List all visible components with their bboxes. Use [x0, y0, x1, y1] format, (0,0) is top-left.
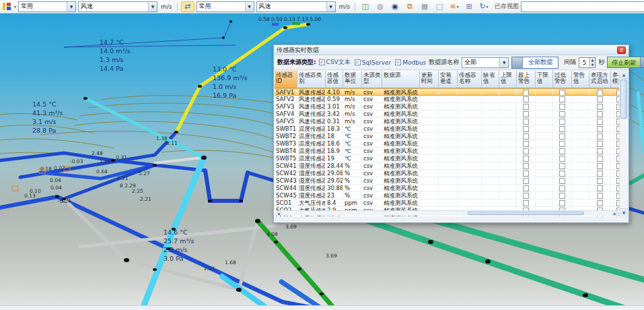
vertical-scroll-thumb[interactable]	[620, 80, 627, 119]
row-checkbox[interactable]	[523, 96, 529, 102]
row-checkbox[interactable]	[597, 178, 603, 184]
table-row[interactable]: SCO1大气压传感器8.4ppmcsv精准测风系统	[275, 199, 619, 207]
table-row[interactable]: SAFV2风速传感器0.59m/scsv精准测风系统	[275, 96, 619, 103]
row-checkbox[interactable]	[559, 148, 565, 154]
row-checkbox[interactable]	[597, 170, 603, 177]
column-header[interactable]: 传感器类别	[297, 71, 326, 88]
toggle-knob[interactable]	[640, 57, 644, 67]
saved-view-combo[interactable]: ▼	[521, 1, 644, 12]
row-checkbox[interactable]	[559, 111, 565, 117]
row-checkbox[interactable]	[559, 141, 565, 147]
horizontal-scroll-thumb[interactable]	[468, 212, 584, 215]
row-checkbox[interactable]	[597, 96, 603, 102]
row-checkbox[interactable]	[523, 90, 529, 95]
chevron-down-icon[interactable]: ▾	[457, 4, 459, 9]
row-checkbox[interactable]	[559, 119, 565, 125]
row-checkbox[interactable]	[559, 178, 565, 184]
column-header[interactable]: 来源类型	[362, 71, 382, 88]
row-checkbox[interactable]	[597, 126, 603, 132]
layers-icon[interactable]: ⧉	[403, 1, 417, 12]
column-header[interactable]: 表现方式启动	[589, 71, 611, 88]
table-row[interactable]: SWBT2温度传感器18℃csv精准测风系统	[275, 133, 619, 140]
row-checkbox[interactable]	[597, 133, 603, 140]
table-row[interactable]: SWBT3温度传感器18.6℃csv精准测风系统	[275, 140, 619, 148]
sensor-dialog-titlebar[interactable]: 传感器实时数据 x	[274, 45, 629, 55]
column-header[interactable]: 安装巷道	[439, 71, 458, 88]
row-checkbox[interactable]	[559, 90, 565, 95]
source-type-checkbox-2[interactable]: ✓Modbus	[395, 58, 426, 67]
row-checkbox[interactable]	[597, 141, 603, 147]
all-data-button[interactable]: 全部数据	[511, 57, 559, 69]
column-header[interactable]: 上限值	[499, 71, 517, 88]
row-checkbox[interactable]	[559, 156, 565, 162]
source-type-checkbox-1[interactable]: ✓SqlServer	[355, 58, 391, 67]
table-row[interactable]: SAFV1风速传感器4.10m/scsv精准测风系统	[275, 88, 619, 96]
row-checkbox[interactable]	[597, 200, 603, 206]
checkbox-checked-icon[interactable]: ✓	[319, 59, 325, 65]
row-checkbox[interactable]	[523, 178, 529, 184]
column-header[interactable]: 传感器值	[326, 71, 343, 88]
row-checkbox[interactable]	[523, 119, 529, 125]
horizontal-scrollbar[interactable]: ◀ ▶	[275, 210, 618, 216]
row-checkbox[interactable]	[523, 111, 529, 117]
datasource-combo[interactable]: 全部 ▼	[462, 57, 509, 68]
row-checkbox[interactable]	[597, 193, 603, 199]
row-checkbox[interactable]	[559, 185, 565, 191]
row-checkbox[interactable]	[559, 170, 565, 177]
row-checkbox[interactable]	[523, 170, 529, 177]
row-checkbox[interactable]	[523, 200, 529, 206]
column-header[interactable]: 缺省值	[482, 71, 499, 88]
mouse-mode-icon[interactable]: ◍	[373, 1, 387, 12]
scroll-up-icon[interactable]: ▲	[620, 71, 628, 79]
row-checkbox[interactable]	[523, 104, 529, 110]
row-checkbox[interactable]	[597, 104, 603, 110]
row-checkbox[interactable]	[523, 156, 529, 162]
scroll-right-icon[interactable]: ▶	[612, 211, 618, 216]
wireframe-cube-icon[interactable]: □	[433, 1, 446, 12]
column-header[interactable]: 传感器名称	[458, 71, 482, 88]
close-icon[interactable]: x	[617, 46, 626, 54]
table-row[interactable]: SWBT4温度传感器18.9℃csv精准测风系统	[275, 148, 619, 155]
scroll-down-icon[interactable]: ▼	[620, 208, 628, 216]
chevron-down-icon[interactable]: ▼	[148, 2, 157, 11]
row-checkbox[interactable]	[559, 193, 565, 199]
sync-view-icon[interactable]: ⇄	[181, 1, 194, 12]
row-checkbox[interactable]	[523, 126, 529, 132]
row-checkbox[interactable]	[559, 96, 565, 102]
row-checkbox[interactable]	[523, 163, 529, 169]
category-combo-1[interactable]: 常用 ▼	[18, 1, 76, 12]
app-menu-caret-icon[interactable]: ▾	[14, 4, 16, 9]
table-row[interactable]: SCW44湿度传感器30.88%csv精准测风系统	[275, 185, 619, 192]
metric-combo-2[interactable]: 风速 ▼	[256, 1, 336, 12]
row-checkbox[interactable]	[597, 111, 603, 117]
column-header[interactable]: 超上警告	[517, 71, 536, 88]
table-row[interactable]: SAFV4风速传感器3.42m/scsv精准测风系统	[275, 111, 619, 118]
row-checkbox[interactable]	[559, 133, 565, 140]
row-checkbox[interactable]	[597, 119, 603, 125]
sphere-view-icon[interactable]: ◉	[388, 1, 402, 12]
scroll-left-icon[interactable]: ◀	[275, 211, 282, 216]
row-checkbox[interactable]	[597, 185, 603, 191]
row-checkbox[interactable]	[597, 163, 603, 169]
column-header[interactable]: 下限值	[536, 71, 553, 88]
row-checkbox[interactable]	[559, 104, 565, 110]
pane-toggle-icon[interactable]: ◫	[359, 1, 372, 12]
table-row[interactable]: SAFV3风速传感器3.01m/scsv精准测风系统	[275, 103, 619, 111]
table-row[interactable]: SCW43湿度传感器29.02%csv精准测风系统	[275, 177, 619, 185]
row-checkbox[interactable]	[523, 148, 529, 154]
column-header[interactable]: 更新时间	[420, 71, 439, 88]
row-checkbox[interactable]	[523, 141, 529, 147]
column-header[interactable]: 过低警告	[553, 71, 572, 88]
chevron-down-icon[interactable]: ▼	[499, 58, 508, 67]
row-checkbox[interactable]	[597, 156, 603, 162]
grid-icon[interactable]: ▦	[418, 1, 431, 12]
row-checkbox[interactable]	[559, 126, 565, 132]
chevron-down-icon[interactable]: ▼	[67, 2, 75, 11]
table-row[interactable]: SCW45湿度传感器23%csv精准测风系统	[275, 192, 619, 199]
chevron-down-icon[interactable]: ▼	[245, 2, 254, 11]
row-checkbox[interactable]	[597, 148, 603, 154]
checkbox-checked-icon[interactable]: ✓	[395, 59, 401, 65]
table-row[interactable]: SCW42湿度传感器29.08%csv精准测风系统	[275, 170, 619, 177]
column-header[interactable]: 数据单位	[343, 71, 362, 88]
column-header[interactable]: 参与模拟	[611, 71, 619, 88]
